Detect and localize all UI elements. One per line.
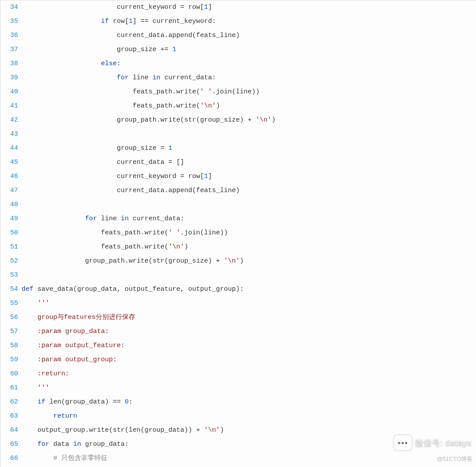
line-number: 52 <box>0 254 22 268</box>
code-line: 42 group_path.write(str(group_size) + '\… <box>0 113 476 127</box>
code-line: 53 <box>0 268 476 282</box>
line-number: 54 <box>0 282 22 297</box>
code-content: group_size = 1 <box>22 141 172 156</box>
line-number: 53 <box>0 268 22 282</box>
line-number: 57 <box>0 325 22 339</box>
code-line: 43 <box>0 127 476 141</box>
line-number: 66 <box>0 452 22 466</box>
code-content: group_path.write(str(group_size) + '\n') <box>22 254 244 268</box>
line-number: 48 <box>0 198 22 212</box>
code-line: 49 for line in current_data: <box>0 212 476 226</box>
code-content: current_keyword = row[1] <box>22 0 212 15</box>
line-number: 59 <box>0 353 22 367</box>
code-content: feats_path.write('\n') <box>22 240 188 254</box>
line-number: 49 <box>0 212 22 226</box>
code-line: 62 if len(group_data) == 0: <box>0 395 476 409</box>
code-content: def save_data(group_data, output_feature… <box>22 282 244 297</box>
code-line: 35 if row[1] == current_keyword: <box>0 15 476 29</box>
line-number: 47 <box>0 184 22 198</box>
code-content: if row[1] == current_keyword: <box>22 15 216 29</box>
code-content: if len(group_data) == 0: <box>22 395 133 409</box>
code-content: current_data.append(feats_line) <box>22 184 240 198</box>
wechat-text: 微信号: datayx <box>415 436 472 450</box>
line-number: 36 <box>0 29 22 43</box>
code-line: 44 group_size = 1 <box>0 141 476 156</box>
code-line: 38 else: <box>0 57 476 71</box>
code-line: 46 current_keyword = row[1] <box>0 170 476 184</box>
code-content: group_size += 1 <box>22 43 176 57</box>
code-line: 56 group与features分别进行保存 <box>0 311 476 325</box>
line-number: 65 <box>0 437 22 452</box>
code-content: for data in group_data: <box>22 437 129 452</box>
code-line: 41 feats_path.write('\n') <box>0 99 476 113</box>
code-line: 45 current_data = [] <box>0 156 476 170</box>
code-line: 54def save_data(group_data, output_featu… <box>0 282 476 297</box>
code-content: return <box>22 409 77 423</box>
line-number: 61 <box>0 381 22 395</box>
code-content: group_path.write(str(group_size) + '\n') <box>22 113 275 127</box>
code-content: :param group_data: <box>22 325 109 339</box>
code-content: for line in current_data: <box>22 212 184 226</box>
line-number: 41 <box>0 99 22 113</box>
code-line: 57 :param group_data: <box>0 325 476 339</box>
code-line: 61 ''' <box>0 381 476 395</box>
code-content: output_group.write(str(len(group_data)) … <box>22 423 224 437</box>
line-number: 60 <box>0 367 22 381</box>
code-line: 66 # 只包含非零特征 <box>0 452 476 466</box>
watermark-text: @51CTO博客 <box>437 452 472 466</box>
wechat-bubble-icon <box>394 435 412 450</box>
line-number: 50 <box>0 226 22 240</box>
line-number: 37 <box>0 43 22 57</box>
code-content: else: <box>22 57 121 71</box>
line-number: 58 <box>0 339 22 353</box>
code-line: 34 current_keyword = row[1] <box>0 0 476 15</box>
code-content: current_data = [] <box>22 156 184 170</box>
code-content <box>22 198 26 212</box>
code-content: :param output_feature: <box>22 339 125 353</box>
code-content: ''' <box>22 297 49 311</box>
code-line: 37 group_size += 1 <box>0 43 476 57</box>
line-number: 44 <box>0 141 22 156</box>
code-line: 36 current_data.append(feats_line) <box>0 29 476 43</box>
code-line: 40 feats_path.write(' '.join(line)) <box>0 85 476 99</box>
code-line: 50 feats_path.write(' '.join(line)) <box>0 226 476 240</box>
code-content: :return: <box>22 367 69 381</box>
line-number: 45 <box>0 156 22 170</box>
line-number: 40 <box>0 85 22 99</box>
code-content: feats_path.write(' '.join(line)) <box>22 85 260 99</box>
line-number: 35 <box>0 15 22 29</box>
code-content: # 只包含非零特征 <box>22 452 108 466</box>
wechat-badge: 微信号: datayx <box>394 435 472 450</box>
code-content <box>22 127 26 141</box>
code-content: current_data.append(feats_line) <box>22 29 240 43</box>
code-content: feats_path.write(' '.join(line)) <box>22 226 228 240</box>
code-line: 59 :param output_group: <box>0 353 476 367</box>
line-number: 43 <box>0 127 22 141</box>
code-content: current_keyword = row[1] <box>22 170 212 184</box>
line-number: 38 <box>0 57 22 71</box>
line-number: 39 <box>0 71 22 85</box>
code-content: for line in current_data: <box>22 71 216 85</box>
code-line: 58 :param output_feature: <box>0 339 476 353</box>
line-number: 56 <box>0 311 22 325</box>
line-number: 51 <box>0 240 22 254</box>
code-block: 34 current_keyword = row[1]35 if row[1] … <box>0 0 476 467</box>
code-line: 39 for line in current_data: <box>0 71 476 85</box>
code-content <box>22 268 26 282</box>
code-content: feats_path.write('\n') <box>22 99 220 113</box>
code-content: group与features分别进行保存 <box>22 311 135 325</box>
code-line: 48 <box>0 198 476 212</box>
line-number: 64 <box>0 423 22 437</box>
line-number: 55 <box>0 297 22 311</box>
line-number: 63 <box>0 409 22 423</box>
code-line: 52 group_path.write(str(group_size) + '\… <box>0 254 476 268</box>
code-line: 60 :return: <box>0 367 476 381</box>
code-line: 63 return <box>0 409 476 423</box>
code-line: 47 current_data.append(feats_line) <box>0 184 476 198</box>
code-line: 55 ''' <box>0 297 476 311</box>
code-content: :param output_group: <box>22 353 117 367</box>
line-number: 42 <box>0 113 22 127</box>
line-number: 46 <box>0 170 22 184</box>
line-number: 34 <box>0 0 22 15</box>
code-line: 51 feats_path.write('\n') <box>0 240 476 254</box>
